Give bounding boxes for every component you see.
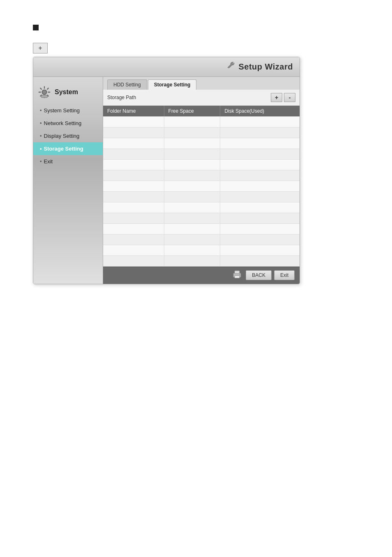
sidebar-item-network-setting[interactable]: Network Setting: [33, 117, 103, 130]
exit-button[interactable]: Exit: [274, 270, 295, 280]
storage-path-row: Storage Path + -: [103, 90, 300, 106]
path-remove-button[interactable]: -: [284, 93, 295, 102]
add-button-outer[interactable]: +: [33, 43, 48, 53]
table-row: [103, 127, 300, 138]
black-square: [33, 25, 39, 30]
wizard-body: System System Setting Network Setting Di…: [33, 77, 300, 284]
sidebar-header: System: [33, 82, 103, 104]
back-button[interactable]: BACK: [246, 270, 272, 280]
path-buttons: + -: [271, 93, 295, 102]
svg-rect-3: [235, 271, 240, 274]
wizard-title: Setup Wizard: [239, 62, 293, 72]
tabs-bar: HDD Setting Storage Setting: [103, 77, 300, 90]
col-free-space: Free Space: [164, 106, 220, 116]
table-row: [103, 181, 300, 191]
sidebar-item-storage-setting[interactable]: Storage Setting: [33, 142, 103, 155]
table-row: [103, 213, 300, 223]
wizard-titlebar: Setup Wizard: [33, 57, 300, 77]
storage-table: Folder Name Free Space Disk Space(Used): [103, 106, 300, 267]
table-row: [103, 223, 300, 234]
table-row: [103, 245, 300, 255]
table-row: [103, 234, 300, 245]
table-row: [103, 138, 300, 149]
wizard-container: Setup Wizard System System Setting: [33, 57, 300, 284]
sidebar-title: System: [55, 88, 78, 96]
sidebar-item-system-setting[interactable]: System Setting: [33, 104, 103, 117]
tab-storage-setting[interactable]: Storage Setting: [148, 79, 197, 90]
storage-path-label: Storage Path: [107, 95, 136, 100]
sidebar: System System Setting Network Setting Di…: [33, 77, 103, 284]
plus-icon: +: [38, 44, 42, 52]
tab-hdd-setting[interactable]: HDD Setting: [107, 79, 147, 90]
col-folder-name: Folder Name: [103, 106, 164, 116]
table-row: [103, 191, 300, 202]
svg-rect-4: [235, 276, 240, 278]
table-row: [103, 149, 300, 159]
wizard-footer: BACK Exit: [103, 267, 300, 284]
table-row: [103, 170, 300, 181]
col-disk-space-used: Disk Space(Used): [220, 106, 300, 116]
printer-icon: [233, 270, 242, 281]
table-header-row: Folder Name Free Space Disk Space(Used): [103, 106, 300, 116]
main-content: HDD Setting Storage Setting Storage Path…: [103, 77, 300, 284]
sidebar-item-display-setting[interactable]: Display Setting: [33, 130, 103, 142]
svg-rect-1: [41, 95, 47, 98]
gear-icon: [37, 85, 51, 99]
sidebar-item-exit[interactable]: Exit: [33, 155, 103, 168]
table-row: [103, 255, 300, 266]
svg-point-0: [42, 90, 46, 94]
wizard-icon: [226, 61, 235, 72]
path-add-button[interactable]: +: [271, 93, 282, 102]
table-row: [103, 159, 300, 170]
table-row: [103, 116, 300, 127]
svg-point-5: [239, 274, 240, 275]
table-row: [103, 202, 300, 213]
